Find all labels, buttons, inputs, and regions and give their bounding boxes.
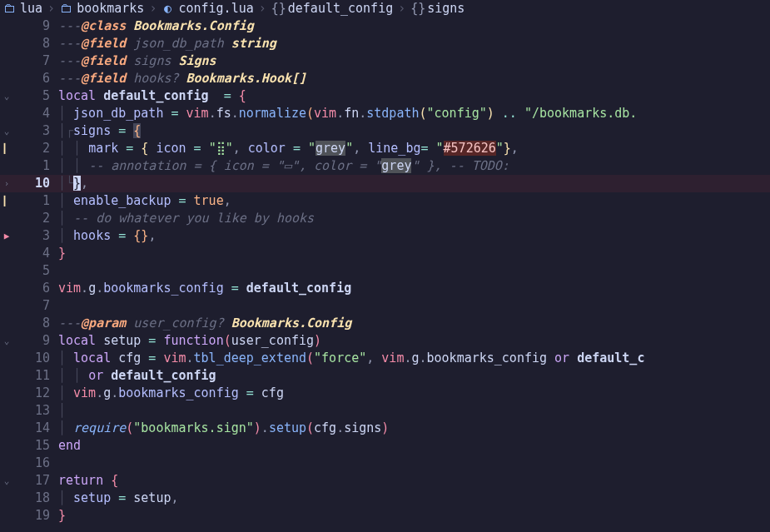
gutter: ▶3: [0, 227, 58, 245]
code-line[interactable]: ▎1 │ enable_backup = true,: [0, 192, 770, 210]
fold-open-icon[interactable]: ⌄: [0, 122, 13, 140]
line-number-current: 10: [27, 175, 58, 192]
code-line[interactable]: ▶3 │ hooks = {},: [0, 227, 770, 245]
search-match: grey: [381, 158, 411, 173]
chevron-right-icon: ›: [47, 0, 55, 17]
line-number: 6: [27, 70, 58, 87]
line-number: 3: [27, 122, 58, 140]
code-line[interactable]: 10 │ local cfg = vim.tbl_deep_extend("fo…: [0, 350, 770, 367]
code-line[interactable]: 8 ---@param user_config? Bookmarks.Confi…: [0, 315, 770, 332]
fold-open-icon[interactable]: ⌄: [0, 472, 13, 490]
gutter: 10: [0, 350, 58, 367]
gutter: 4: [0, 105, 58, 122]
line-number: 11: [27, 367, 58, 385]
fold-open-icon[interactable]: ⌄: [0, 332, 13, 350]
gutter: 6: [0, 70, 58, 87]
line-number: 9: [27, 17, 58, 35]
lua-icon: ◐: [161, 0, 173, 17]
code-line[interactable]: ⌄5 local default_config = {: [0, 87, 770, 105]
breadcrumb-item[interactable]: lua: [20, 0, 42, 17]
code-line[interactable]: ⌄3 │┌signs = {: [0, 122, 770, 140]
line-number: 8: [27, 35, 58, 52]
code-line[interactable]: 19 }: [0, 507, 770, 525]
code-line[interactable]: 4 │ json_db_path = vim.fs.normalize(vim.…: [0, 105, 770, 122]
gutter: 11: [0, 367, 58, 385]
code-line[interactable]: 16: [0, 455, 770, 472]
gutter: 1: [0, 157, 58, 175]
gutter: 18: [0, 490, 58, 507]
gutter: ▎1: [0, 192, 58, 210]
breadcrumb-item[interactable]: config.lua: [178, 0, 253, 17]
code-line[interactable]: 1 │ │ -- annotation = { icon = "▭", colo…: [0, 157, 770, 175]
code-line[interactable]: 11 │ │ or default_config: [0, 367, 770, 385]
code-line[interactable]: ⌄17 return {: [0, 472, 770, 490]
code-line[interactable]: 8 ---@field json_db_path string: [0, 35, 770, 52]
chevron-right-icon: ›: [149, 0, 156, 17]
line-number: 9: [27, 332, 58, 350]
code-editor[interactable]: 9 ---@class Bookmarks.Config 8 ---@field…: [0, 17, 770, 525]
line-number: 1: [27, 192, 58, 210]
cursor: }: [73, 176, 81, 191]
code-line[interactable]: ⌄9 local setup = function(user_config): [0, 332, 770, 350]
breadcrumb-item[interactable]: bookmarks: [77, 0, 144, 17]
line-number: 7: [27, 52, 58, 70]
chevron-right-icon: ›: [259, 0, 266, 17]
fold-open-icon[interactable]: ⌄: [0, 87, 13, 105]
gutter: ›10: [0, 175, 58, 192]
line-number: 16: [27, 455, 58, 472]
line-number: 7: [27, 297, 58, 315]
line-number: 1: [27, 157, 58, 175]
line-number: 14: [27, 420, 58, 437]
gutter: 6: [0, 280, 58, 297]
gutter: 8: [0, 35, 58, 52]
diagnostic-icon[interactable]: ▶: [0, 227, 13, 245]
code-line[interactable]: 9 ---@class Bookmarks.Config: [0, 17, 770, 35]
folder-icon: 🗀: [3, 0, 15, 17]
search-match: grey: [315, 141, 345, 156]
gutter: 12: [0, 385, 58, 402]
line-number: 4: [27, 105, 58, 122]
breadcrumb-item[interactable]: default_config: [288, 0, 393, 17]
line-number: 5: [27, 87, 58, 105]
gutter: ⌄3: [0, 122, 58, 140]
line-number: 2: [27, 140, 58, 157]
code-line[interactable]: 18 │ setup = setup,: [0, 490, 770, 507]
git-change-icon: ▎: [0, 192, 13, 210]
line-number: 2: [27, 210, 58, 227]
fold-close-icon[interactable]: ›: [0, 175, 13, 192]
line-number: 19: [27, 507, 58, 525]
chevron-right-icon: ›: [398, 0, 405, 17]
gutter: 7: [0, 297, 58, 315]
gutter: 19: [0, 507, 58, 525]
git-change-icon: ▎: [0, 140, 13, 157]
line-number: 18: [27, 490, 58, 507]
gutter: 4: [0, 245, 58, 262]
code-line-current[interactable]: ›10 │└},: [0, 175, 770, 192]
code-line[interactable]: 6 ---@field hooks? Bookmarks.Hook[]: [0, 70, 770, 87]
line-number: 12: [27, 385, 58, 402]
color-swatch: #572626: [444, 141, 496, 156]
code-line[interactable]: 6 vim.g.bookmarks_config = default_confi…: [0, 280, 770, 297]
gutter: 8: [0, 315, 58, 332]
gutter: ⌄9: [0, 332, 58, 350]
code-line[interactable]: 12 │ vim.g.bookmarks_config = cfg: [0, 385, 770, 402]
line-number: 8: [27, 315, 58, 332]
line-number: 4: [27, 245, 58, 262]
code-line[interactable]: 5: [0, 262, 770, 280]
code-line[interactable]: 13 │: [0, 402, 770, 420]
code-line[interactable]: 7 ---@field signs Signs: [0, 52, 770, 70]
gutter: 7: [0, 52, 58, 70]
breadcrumb-item[interactable]: signs: [427, 0, 464, 17]
gutter: ▎2: [0, 140, 58, 157]
code-line[interactable]: ▎2 │ │ mark = { icon = "⣿", color = "gre…: [0, 140, 770, 157]
code-line[interactable]: 14 │ require("bookmarks.sign").setup(cfg…: [0, 420, 770, 437]
brace-icon: {}: [410, 0, 422, 17]
line-number: 17: [27, 472, 58, 490]
code-line[interactable]: 15 end: [0, 437, 770, 455]
line-number: 6: [27, 280, 58, 297]
code-line[interactable]: 7: [0, 297, 770, 315]
gutter: 14: [0, 420, 58, 437]
folder-icon: 🗀: [60, 0, 72, 17]
code-line[interactable]: 4 }: [0, 245, 770, 262]
code-line[interactable]: 2 │ -- do whatever you like by hooks: [0, 210, 770, 227]
